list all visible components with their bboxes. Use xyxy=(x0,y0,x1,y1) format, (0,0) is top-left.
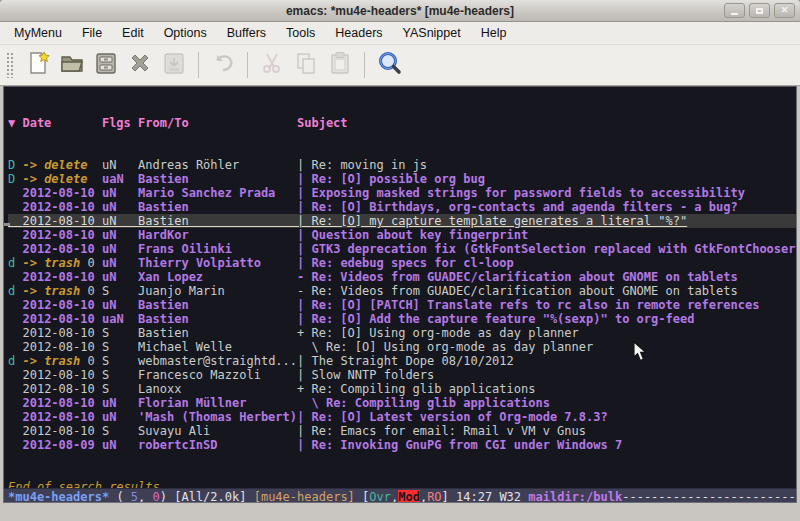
message-subject: Re: edebug specs for cl-loop xyxy=(312,256,514,270)
message-row[interactable]: d -> trash 0 uN Thierry Volpiatto | Re: … xyxy=(8,256,796,270)
copy-button xyxy=(289,50,323,80)
mark-suffix: 0 xyxy=(88,354,95,368)
message-row[interactable]: 2012-08-10 uN Bastien | Re: [O] [PATCH] … xyxy=(8,298,796,312)
save-as-button xyxy=(157,50,191,80)
undo-icon xyxy=(210,50,236,80)
message-subject: Re: Emacs for email: Rmail v VM v Gnus xyxy=(311,424,586,438)
modeline-segment-plain: , xyxy=(138,490,152,503)
message-from: Mario Sanchez Prada xyxy=(138,186,297,200)
message-row[interactable]: 2012-08-10 uaN Bastien | Re: [O] Add the… xyxy=(8,312,796,326)
modeline-segment-mode-name: [mu4e-headers] xyxy=(254,490,355,503)
message-subject: Re: [O] Using org-mode as day planner xyxy=(326,340,593,354)
message-flags: uN xyxy=(102,270,138,284)
message-row[interactable]: d -> trash 0 S Juanjo Marin - Re: Videos… xyxy=(8,284,796,298)
maximize-icon xyxy=(756,8,763,14)
message-from: robertcInSD xyxy=(138,438,297,452)
message-row[interactable]: 2012-08-10 uN Florian Müllner \ Re: Comp… xyxy=(8,396,796,410)
menu-item-headers[interactable]: Headers xyxy=(325,23,392,43)
message-flags: uaN xyxy=(102,172,138,186)
modeline-segment-maildir: maildir:/bulk xyxy=(528,490,622,503)
message-date: 2012-08-10 xyxy=(22,228,94,242)
mark-suffix: 0 xyxy=(88,284,95,298)
menu-item-file[interactable]: File xyxy=(72,23,112,43)
message-from: Andreas Röhler xyxy=(138,158,297,172)
menu-item-buffers[interactable]: Buffers xyxy=(217,23,276,43)
minimize-button[interactable] xyxy=(724,3,745,18)
thread-prefix: | xyxy=(297,158,311,172)
message-flags: uN xyxy=(102,186,138,200)
thread-prefix: | xyxy=(297,242,311,256)
modeline-segment-mod: Mod xyxy=(398,490,420,503)
copy-icon xyxy=(293,50,319,80)
thread-prefix: | xyxy=(297,200,311,214)
message-from: Bastien xyxy=(138,312,297,326)
mode-line: *mu4e-headers* ( 5, 0) [All/2.0k] [mu4e-… xyxy=(4,488,796,503)
message-subject: Re: [O] [PATCH] Translate refs to rc als… xyxy=(311,298,759,312)
thread-prefix: | xyxy=(297,172,311,186)
message-row[interactable]: 2012-08-10 uN Mario Sanchez Prada | Expo… xyxy=(8,186,796,200)
menu-item-tools[interactable]: Tools xyxy=(276,23,325,43)
search-button[interactable] xyxy=(372,50,406,80)
message-row[interactable]: 2012-08-10 S Francesco Mazzoli | Slow NN… xyxy=(8,368,796,382)
message-flags: uN xyxy=(102,396,138,410)
message-flags: S xyxy=(102,424,138,438)
message-date: 2012-08-10 xyxy=(22,382,94,396)
mark-char: d xyxy=(8,354,15,368)
message-from: Bastien xyxy=(138,326,297,340)
modeline-segment-buffer-name: *mu4e-headers* xyxy=(8,490,109,503)
message-row[interactable]: 2012-08-09 uN robertcInSD | Re: Invoking… xyxy=(8,438,796,452)
close-button[interactable]: ✕ xyxy=(774,3,795,18)
message-row[interactable]: 2012-08-10 uN Bastien | Re: [O] Birthday… xyxy=(8,200,796,214)
message-date: 2012-08-10 xyxy=(22,396,94,410)
message-subject: Re: Compiling glib applications xyxy=(311,382,535,396)
message-date: 2012-08-10 xyxy=(22,340,94,354)
message-flags: S xyxy=(102,340,138,354)
modeline-segment-plain: [ xyxy=(355,490,369,503)
close-buffer-button[interactable] xyxy=(123,50,157,80)
message-flags: uN xyxy=(102,438,138,452)
message-row[interactable]: 2012-08-10 S Lanoxx + Re: Compiling glib… xyxy=(8,382,796,396)
message-date: 2012-08-10 xyxy=(22,298,94,312)
message-from: Suvayu Ali xyxy=(138,424,297,438)
message-flags: S xyxy=(102,284,138,298)
message-row[interactable]: d -> trash 0 S webmaster@straightd...| T… xyxy=(8,354,796,368)
new-file-icon xyxy=(25,50,51,80)
message-row[interactable]: 2012-08-10 uN Xan Lopez - Re: Videos fro… xyxy=(8,270,796,284)
thread-prefix: | xyxy=(297,298,311,312)
toolbar-grip-handle[interactable] xyxy=(6,52,15,78)
message-date: 2012-08-10 xyxy=(22,312,94,326)
message-row[interactable]: 2012-08-10 uN Frans Oilinki | GTK3 depre… xyxy=(8,242,796,256)
message-row[interactable]: 2012-08-10 S Michael Welle \ Re: [O] Usi… xyxy=(8,340,796,354)
maximize-button[interactable] xyxy=(749,3,770,18)
open-folder-button[interactable] xyxy=(55,50,89,80)
headers-column-header[interactable]: ▼ Date Flgs From/To Subject xyxy=(8,115,796,130)
message-row[interactable]: D -> delete uN Andreas Röhler | Re: movi… xyxy=(8,158,796,172)
menu-item-options[interactable]: Options xyxy=(154,23,217,43)
menu-item-mymenu[interactable]: MyMenu xyxy=(4,23,72,43)
menu-item-yasnippet[interactable]: YASnippet xyxy=(393,23,471,43)
emacs-frame: ▼ Date Flgs From/To Subject D -> delete … xyxy=(3,86,797,503)
new-file-button[interactable] xyxy=(21,50,55,80)
save-as-icon xyxy=(161,50,187,80)
message-row[interactable]: 2012-08-10 S Suvayu Ali | Re: Emacs for … xyxy=(8,424,796,438)
message-row[interactable]: 2012-08-10 uN Bastien | Re: [O] my captu… xyxy=(8,214,796,228)
modeline-segment-plain: ) [All/2.0k] xyxy=(160,490,254,503)
thread-prefix: + xyxy=(297,382,311,396)
message-date: 2012-08-10 xyxy=(22,200,94,214)
thread-prefix: | xyxy=(297,410,311,424)
message-row[interactable]: 2012-08-10 uN HardKor | Question about k… xyxy=(8,228,796,242)
message-row[interactable]: 2012-08-10 uN 'Mash (Thomas Herbert)| Re… xyxy=(8,410,796,424)
message-subject: Re: Compiling glib applications xyxy=(326,396,550,410)
menu-item-edit[interactable]: Edit xyxy=(112,23,154,43)
mark-action: -> trash xyxy=(22,354,80,368)
message-row[interactable]: D -> delete uaN Bastien | Re: [O] possib… xyxy=(8,172,796,186)
titlebar: emacs: *mu4e-headers* [mu4e-headers] ✕ xyxy=(0,0,800,22)
save-button[interactable] xyxy=(89,50,123,80)
message-from: Michael Welle xyxy=(138,340,297,354)
thread-prefix: | xyxy=(297,368,311,382)
message-row[interactable]: 2012-08-10 S Bastien + Re: [O] Using org… xyxy=(8,326,796,340)
minimize-icon xyxy=(731,13,738,15)
menu-item-help[interactable]: Help xyxy=(471,23,517,43)
search-icon xyxy=(376,50,403,81)
thread-prefix: - xyxy=(297,270,311,284)
